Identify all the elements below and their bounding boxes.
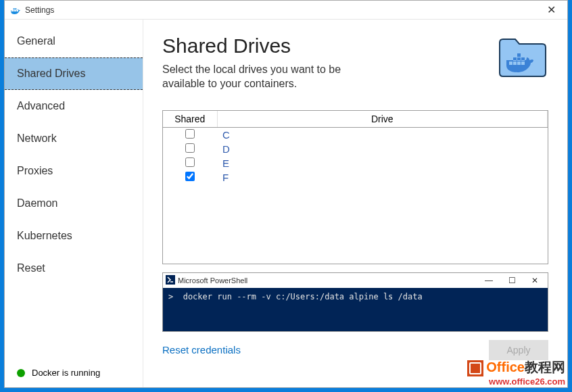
drives-table: Shared Drive C D [162, 110, 548, 264]
sidebar-item-label: Daemon [17, 197, 57, 209]
page-title: Shared Drives [162, 34, 489, 57]
window-title: Settings [25, 5, 54, 15]
share-checkbox-c[interactable] [185, 129, 195, 139]
drive-label: E [217, 156, 548, 170]
powershell-icon [166, 275, 175, 286]
table-row: E [163, 156, 548, 170]
sidebar-item-label: Proxies [17, 165, 53, 176]
sidebar-item-advanced[interactable]: Advanced [5, 90, 143, 122]
table-row: C [163, 127, 548, 142]
col-drive: Drive [217, 111, 548, 128]
sidebar-item-proxies[interactable]: Proxies [5, 155, 143, 187]
page-subtitle: Select the local drives you want to be a… [162, 63, 379, 91]
maximize-icon: ☐ [508, 276, 516, 285]
titlebar: Settings ✕ [5, 1, 567, 20]
close-icon: ✕ [531, 276, 538, 285]
status-dot-icon [17, 369, 25, 377]
sidebar-item-reset[interactable]: Reset [5, 252, 143, 285]
terminal-preview: Microsoft PowerShell — ☐ ✕ > docker run … [162, 272, 548, 332]
table-row: F [163, 170, 548, 185]
window-close-button[interactable]: ✕ [538, 1, 565, 19]
sidebar-item-network[interactable]: Network [5, 122, 143, 155]
minimize-icon: — [485, 276, 493, 285]
main-panel: Shared Drives Select the local drives yo… [143, 20, 567, 387]
settings-window: Settings ✕ General Shared Drives Advance… [4, 0, 568, 388]
col-shared: Shared [163, 111, 217, 128]
sidebar: General Shared Drives Advanced Network P… [5, 20, 143, 387]
sidebar-item-label: Reset [17, 262, 45, 274]
sidebar-item-kubernetes[interactable]: Kubernetes [5, 220, 143, 252]
main-header: Shared Drives Select the local drives yo… [162, 34, 548, 91]
shared-folder-icon [497, 34, 548, 79]
share-checkbox-d[interactable] [185, 143, 195, 153]
drive-label: D [217, 142, 548, 156]
drive-label: C [217, 127, 548, 142]
sidebar-item-label: Shared Drives [17, 68, 85, 79]
sidebar-item-label: General [17, 35, 55, 47]
terminal-close-button[interactable]: ✕ [525, 273, 545, 288]
terminal-titlebar: Microsoft PowerShell — ☐ ✕ [163, 273, 548, 288]
share-checkbox-f[interactable] [185, 172, 195, 181]
sidebar-item-daemon[interactable]: Daemon [5, 187, 143, 220]
close-icon: ✕ [547, 3, 556, 16]
sidebar-status: Docker is running [5, 358, 143, 387]
sidebar-item-label: Kubernetes [17, 230, 72, 241]
table-row: D [163, 142, 548, 156]
bottom-bar: Reset credentials Apply [162, 340, 548, 360]
sidebar-item-shared-drives[interactable]: Shared Drives [5, 57, 143, 90]
sidebar-item-label: Network [17, 132, 57, 144]
terminal-body: > docker run --rm -v c:/Users:/data alpi… [163, 288, 548, 331]
drive-label: F [217, 170, 548, 185]
terminal-title: Microsoft PowerShell [178, 276, 247, 285]
sidebar-item-general[interactable]: General [5, 25, 143, 57]
sidebar-item-label: Advanced [17, 100, 65, 112]
status-text: Docker is running [32, 368, 100, 378]
docker-whale-icon [10, 5, 21, 16]
share-checkbox-e[interactable] [185, 157, 195, 167]
terminal-minimize-button[interactable]: — [479, 273, 499, 288]
reset-credentials-link[interactable]: Reset credentials [162, 344, 241, 356]
apply-button[interactable]: Apply [489, 340, 548, 360]
window-body: General Shared Drives Advanced Network P… [5, 20, 567, 387]
terminal-maximize-button[interactable]: ☐ [502, 273, 522, 288]
apply-label: Apply [506, 345, 530, 356]
